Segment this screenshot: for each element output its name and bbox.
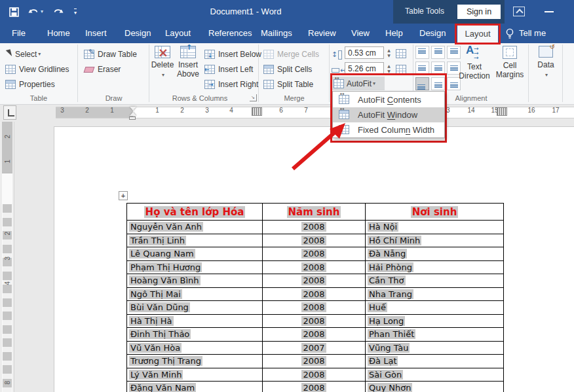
table-row: Trần Thị Linh2008Hồ Chí Minh (127, 234, 504, 247)
select-button[interactable]: Select ▾ (5, 47, 41, 61)
split-cells-icon (263, 65, 274, 74)
tab-insert[interactable]: Insert (81, 24, 111, 43)
table-row: Lý Văn Minh2008Sài Gòn (127, 368, 504, 382)
select-dropdown-arrow: ▾ (38, 51, 41, 57)
document-table: Họ và tên lớp Hóa Năm sinh Nơi sinh Nguy… (126, 203, 504, 392)
tab-file[interactable]: File (8, 24, 29, 43)
tab-view[interactable]: View (347, 24, 373, 43)
select-cursor-icon (5, 50, 12, 58)
insert-above-icon: ↑ (180, 46, 196, 58)
properties-button[interactable]: Properties (5, 77, 55, 91)
eraser-button[interactable]: Eraser (84, 62, 121, 76)
split-table-icon (263, 80, 274, 89)
merge-group-label: Merge (259, 94, 329, 102)
view-gridlines-button[interactable]: View Gridlines (5, 62, 69, 76)
distribute-rows-icon (396, 49, 406, 58)
rows-columns-group-label: Rows & Columns (150, 94, 250, 102)
align-top-left-button[interactable] (415, 46, 429, 59)
spinner-down-icon[interactable]: ▼ (387, 53, 391, 58)
header-cell: Nơi sinh (411, 206, 459, 218)
left-indent-marker[interactable] (129, 116, 136, 120)
word-window: ▾ ▾ Document1 - Word Table Tools Sign in… (0, 0, 574, 392)
table-row: Phạm Thị Hương2008Hải Phòng (127, 260, 504, 274)
insert-right-icon: → (204, 80, 215, 89)
ribbon-display-options-icon[interactable] (513, 7, 525, 16)
tab-layout[interactable]: Layout (161, 24, 195, 43)
text-direction-button[interactable]: A→→→ Text Direction (459, 46, 490, 80)
title-bar: ▾ ▾ Document1 - Word Table Tools Sign in (0, 0, 574, 24)
insert-below-button[interactable]: ↓ Insert Below (204, 47, 261, 61)
align-center-button[interactable] (431, 62, 445, 75)
table-tools-label: Table Tools (393, 7, 456, 16)
table-row: Hà Thị Hà2008Hạ Long (127, 314, 504, 328)
table-row: Đinh Thị Thảo2008Phan Thiết (127, 328, 504, 342)
tab-design[interactable]: Design (121, 24, 155, 43)
delete-table-icon: × (155, 46, 170, 58)
lightbulb-icon (505, 28, 514, 42)
gridlines-icon (5, 65, 16, 74)
row-height-input[interactable] (345, 46, 384, 59)
delete-button[interactable]: × Delete ▾ (151, 46, 174, 80)
delete-dropdown-arrow: ▾ (162, 71, 164, 80)
layout-tab-annotation-box (455, 24, 501, 45)
cell-margins-icon (503, 46, 517, 59)
table-row: Hoàng Văn Bình2008Cần Thơ (127, 274, 504, 288)
tab-mailings[interactable]: Mailings (257, 24, 296, 43)
tab-review[interactable]: Review (304, 24, 340, 43)
rows-columns-dialog-launcher[interactable]: ↘ (250, 94, 257, 101)
split-cells-button[interactable]: Split Cells (263, 62, 312, 76)
table-column-marker[interactable] (497, 107, 507, 116)
row-height-spinner[interactable]: ▲▼ (385, 46, 392, 59)
insert-below-icon: ↓ (204, 50, 215, 59)
table-move-handle[interactable]: + (119, 191, 128, 200)
table-row: Ngô Thị Mai2008Nha Trang (127, 287, 504, 301)
draw-group-label: Draw (79, 94, 149, 102)
table-group-label: Table (0, 94, 77, 102)
tab-selector[interactable] (3, 105, 16, 120)
table-row: Lê Quang Nam2008Đà Nẵng (127, 247, 504, 261)
table-column-marker[interactable] (252, 107, 262, 116)
merge-cells-button[interactable]: Merge Cells (263, 47, 319, 61)
first-line-indent-marker[interactable] (130, 107, 136, 111)
spinner-up-icon[interactable]: ▲ (387, 63, 391, 68)
data-icon (539, 46, 553, 58)
table-row: Bùi Văn Dũng2008Huế (127, 301, 504, 315)
data-dropdown-arrow: ▾ (545, 71, 548, 80)
eraser-icon (84, 67, 95, 73)
table-row: Đặng Văn Nam2008Quy Nhơn (127, 382, 504, 392)
draw-table-icon: ✎ (84, 50, 94, 59)
distribute-rows-button[interactable] (396, 46, 406, 60)
row-height-icon: ↕ (332, 48, 342, 62)
tab-table-design[interactable]: Design (415, 24, 450, 43)
tab-help[interactable]: Help (381, 24, 407, 43)
table-row: Trương Thị Trang2008Đà Lạt (127, 355, 504, 368)
table-row: Vũ Văn Hòa2007Vũng Tàu (127, 341, 504, 355)
insert-above-button[interactable]: ↑ Insert Above (174, 46, 202, 79)
ribbon: Select ▾ View Gridlines Properties Table… (0, 43, 574, 105)
tab-references[interactable]: References (204, 24, 256, 43)
insert-left-button[interactable]: ← Insert Left (204, 62, 253, 76)
hanging-indent-marker[interactable] (130, 112, 136, 116)
align-top-center-button[interactable] (431, 46, 445, 59)
table-header-row: Họ và tên lớp Hóa Năm sinh Nơi sinh (127, 204, 504, 221)
tell-me-box[interactable]: Tell me (515, 24, 550, 43)
spinner-up-icon[interactable]: ▲ (387, 48, 391, 52)
header-cell: Họ và tên lớp Hóa (144, 206, 246, 218)
draw-table-button[interactable]: ✎ Draw Table (84, 47, 137, 61)
sign-in-button[interactable]: Sign in (457, 5, 501, 19)
insert-right-button[interactable]: → Insert Right (204, 77, 258, 91)
vertical-ruler: 2 1 1 2 3 4 8 (0, 122, 14, 392)
tab-home[interactable]: Home (43, 24, 74, 43)
align-center-left-button[interactable] (415, 62, 429, 75)
menu-item-autofit-contents[interactable]: ↔ AutoFit Contents (333, 92, 444, 107)
ribbon-tab-row: File Home Insert Design Layout Reference… (0, 24, 574, 43)
header-cell: Năm sinh (287, 206, 341, 218)
split-table-button[interactable]: Split Table (263, 77, 313, 91)
table-row: Nguyễn Văn Anh2008Hà Nội (127, 221, 504, 234)
data-button[interactable]: Data ▾ (532, 46, 560, 80)
properties-icon (5, 80, 16, 89)
minimize-button[interactable] (545, 11, 554, 12)
cell-margins-button[interactable]: Cell Margins (493, 46, 527, 79)
spinner-down-icon[interactable]: ▼ (387, 69, 391, 73)
autofit-contents-icon: ↔ (339, 95, 349, 104)
